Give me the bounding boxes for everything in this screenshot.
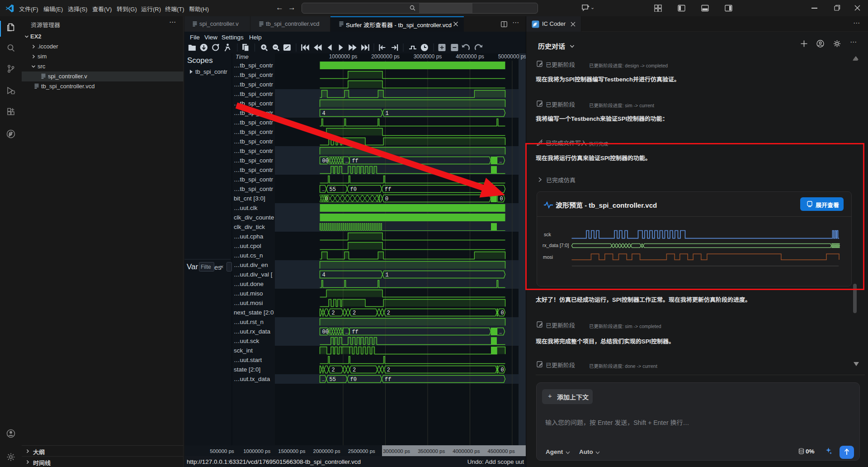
svg-text:next_state [2:0: next_state [2:0 — [234, 309, 274, 316]
svg-text:…tb_spi_contr: …tb_spi_contr — [234, 91, 274, 97]
svg-text:2: 2 — [353, 310, 356, 316]
svg-text:2: 2 — [387, 367, 390, 373]
svg-text:3500000 ps: 3500000 ps — [418, 448, 445, 454]
svg-text:…tb_spi_contr: …tb_spi_contr — [234, 167, 274, 173]
svg-text:00: 00 — [322, 158, 329, 164]
svg-text:…uut.cpha: …uut.cpha — [234, 233, 264, 240]
svg-text:Time: Time — [236, 53, 249, 60]
svg-text:clk_div_counte: clk_div_counte — [234, 214, 274, 221]
svg-text:ff: ff — [352, 329, 358, 335]
svg-text:…uut.start: …uut.start — [234, 357, 262, 363]
svg-text:http://127.0.0.1:63321/vcd/176: http://127.0.0.1:63321/vcd/1769501566308… — [187, 458, 361, 465]
svg-text:…uut.cs_n: …uut.cs_n — [234, 252, 263, 259]
svg-text:1500000 ps: 1500000 ps — [278, 448, 305, 454]
svg-text:4000000 ps: 4000000 ps — [453, 448, 480, 454]
svg-text:0: 0 — [501, 310, 504, 316]
svg-text:ff: ff — [352, 158, 358, 164]
svg-text:…: … — [500, 330, 502, 335]
svg-text:Scopes: Scopes — [187, 56, 213, 65]
svg-text:2500000 ps: 2500000 ps — [348, 448, 375, 454]
svg-text:2: 2 — [332, 310, 335, 316]
svg-text:2: 2 — [332, 367, 335, 373]
svg-text:tb_spi_contr: tb_spi_contr — [195, 68, 227, 75]
svg-text:Undo: Add scope uut: Undo: Add scope uut — [467, 458, 524, 465]
svg-text:…: … — [345, 159, 348, 164]
svg-text:View: View — [204, 34, 217, 41]
svg-text:…uut.sck: …uut.sck — [234, 338, 259, 344]
svg-text:…tb_spi_contr: …tb_spi_contr — [234, 100, 274, 107]
svg-text:4: 4 — [322, 110, 326, 117]
svg-text:3000000 ps: 3000000 ps — [414, 53, 442, 60]
svg-text:Settings: Settings — [222, 34, 244, 41]
svg-text:Var: Var — [187, 262, 198, 271]
svg-text:bit_cnt [3:0]: bit_cnt [3:0] — [234, 195, 265, 202]
svg-text:…: … — [322, 188, 325, 192]
svg-text:1000000 ps: 1000000 ps — [243, 448, 270, 454]
svg-text:…uut.div_en: …uut.div_en — [234, 262, 268, 268]
svg-text:2000000 ps: 2000000 ps — [313, 448, 340, 454]
svg-text:…uut.rx_data: …uut.rx_data — [234, 328, 271, 335]
svg-text:…tb_spi_contr: …tb_spi_contr — [234, 157, 274, 164]
svg-text:…uut.done: …uut.done — [234, 281, 264, 287]
svg-text:ff: ff — [385, 376, 391, 383]
svg-text:ff: ff — [385, 186, 391, 193]
svg-text:2: 2 — [387, 310, 390, 316]
svg-text:1000000 ps: 1000000 ps — [329, 53, 358, 60]
svg-text:…tb_spi_contr: …tb_spi_contr — [234, 148, 274, 154]
svg-text:…tb_spi_contr: …tb_spi_contr — [234, 186, 274, 192]
svg-text:…tb_spi_contr: …tb_spi_contr — [234, 119, 274, 126]
svg-text:…tb_spi_contr: …tb_spi_contr — [234, 71, 274, 78]
svg-text:…tb_spi_contr: …tb_spi_contr — [234, 129, 274, 135]
svg-text:clk_div_tick: clk_div_tick — [234, 224, 265, 230]
svg-text:1: 1 — [386, 272, 389, 278]
svg-text:55: 55 — [330, 186, 336, 193]
svg-text:Filte: Filte — [201, 264, 211, 270]
svg-text:00: 00 — [322, 329, 329, 335]
svg-text:…: … — [500, 159, 502, 164]
svg-text:4000000 ps: 4000000 ps — [456, 53, 484, 60]
svg-text:4: 4 — [322, 272, 326, 278]
svg-text:0: 0 — [385, 196, 388, 202]
svg-text:0: 0 — [501, 367, 504, 373]
svg-text:2000000 ps: 2000000 ps — [371, 53, 400, 60]
svg-text:…tb_spi_contr: …tb_spi_contr — [234, 110, 274, 116]
svg-text:…uut.tx_data: …uut.tx_data — [234, 376, 270, 382]
svg-text:4500000 ps: 4500000 ps — [488, 448, 515, 454]
svg-text:…tb_spi_contr: …tb_spi_contr — [234, 176, 274, 183]
svg-text:Help: Help — [249, 34, 262, 41]
svg-text:500000 ps: 500000 ps — [210, 448, 234, 454]
svg-text:…uut.mosi: …uut.mosi — [234, 300, 263, 306]
svg-text:state [2:0]: state [2:0] — [234, 366, 260, 373]
svg-text:…uut.rst_n: …uut.rst_n — [234, 319, 264, 325]
svg-text:1: 1 — [386, 110, 389, 117]
svg-text:…tb_spi_contr: …tb_spi_contr — [234, 138, 274, 145]
svg-text:×: × — [220, 263, 224, 270]
svg-text:sck_int: sck_int — [234, 347, 253, 354]
svg-text:…uut.miso: …uut.miso — [234, 290, 263, 297]
svg-text:0: 0 — [500, 196, 503, 202]
svg-text:f0: f0 — [350, 376, 357, 383]
svg-text:3000000 ps: 3000000 ps — [383, 448, 410, 454]
svg-text:File: File — [190, 34, 200, 41]
svg-text:…tb_spi_contr: …tb_spi_contr — [234, 81, 274, 88]
svg-text:…uut.cpol: …uut.cpol — [234, 243, 261, 249]
svg-text:…: … — [345, 330, 348, 335]
svg-text:55: 55 — [330, 376, 336, 383]
svg-text:…uut.div_val [: …uut.div_val [ — [234, 271, 273, 278]
svg-text:…: … — [322, 378, 325, 382]
svg-text:f0: f0 — [350, 186, 357, 193]
svg-text:2: 2 — [353, 367, 356, 373]
svg-text:…tb_spi_contr: …tb_spi_contr — [234, 62, 274, 69]
svg-text:…uut.clk: …uut.clk — [234, 205, 258, 211]
svg-text:5000000 ps: 5000000 ps — [498, 53, 526, 60]
